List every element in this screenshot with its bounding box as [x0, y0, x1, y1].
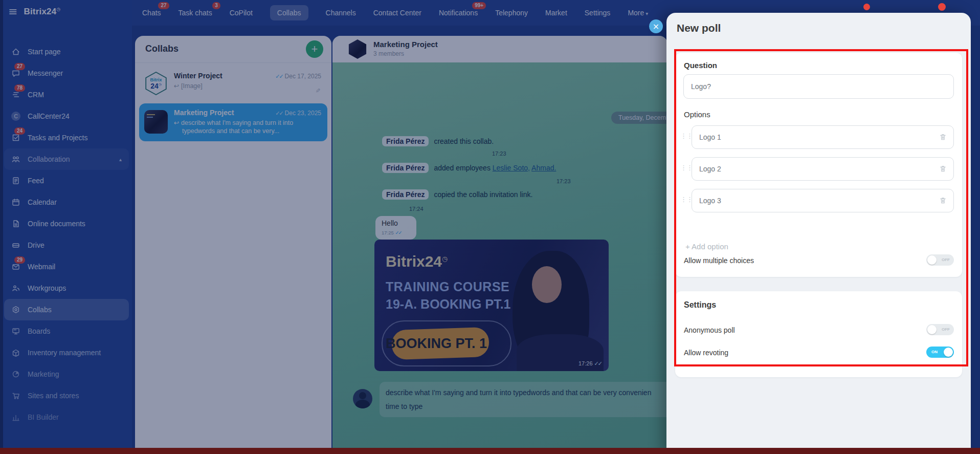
options-label: Options [684, 110, 710, 119]
toggle-state-label: ON [931, 350, 938, 354]
anonymous-poll-label: Anonymous poll [684, 326, 735, 334]
toggle-knob [927, 255, 937, 265]
trash-icon[interactable] [938, 196, 948, 205]
option-input-1[interactable] [692, 125, 954, 149]
trash-icon[interactable] [938, 164, 948, 174]
close-icon: × [653, 21, 659, 31]
settings-label: Settings [684, 300, 716, 310]
multiple-choices-toggle[interactable]: OFF [926, 254, 954, 266]
close-panel-button[interactable]: × [649, 19, 663, 33]
question-label: Question [684, 61, 717, 70]
poll-question-card: Question Options ⋮⋮ ⋮⋮ ⋮⋮ + Add option A… [675, 53, 962, 277]
drag-handle-icon[interactable]: ⋮⋮ [680, 132, 693, 140]
option-input-2[interactable] [692, 157, 954, 181]
poll-option-row: ⋮⋮ [680, 125, 962, 149]
poll-option-row: ⋮⋮ [680, 189, 962, 212]
drag-handle-icon[interactable]: ⋮⋮ [680, 164, 693, 171]
question-input[interactable] [683, 74, 954, 99]
add-option-button[interactable]: + Add option [685, 242, 728, 251]
toggle-state-label: OFF [942, 327, 950, 332]
anonymous-poll-toggle[interactable]: OFF [926, 324, 954, 335]
plus-icon: + [685, 242, 690, 251]
option-input-3[interactable] [692, 189, 954, 212]
toggle-state-label: OFF [942, 257, 950, 262]
drag-handle-icon[interactable]: ⋮⋮ [680, 196, 693, 203]
poll-option-row: ⋮⋮ [680, 157, 962, 181]
toggle-knob [927, 325, 937, 334]
poll-settings-card: Settings Anonymous poll OFF Allow revoti… [675, 291, 962, 377]
bottom-taskbar-strip [0, 448, 980, 454]
toggle-knob [944, 348, 953, 357]
bitrix24-app: ≡ Bitrix24◷ Start page 27 Messenger 78 C… [0, 0, 980, 454]
allow-revoting-toggle[interactable]: ON [926, 347, 954, 358]
panel-title: New poll [677, 22, 721, 34]
multiple-choices-label: Allow multiple choices [684, 256, 754, 265]
add-option-label: Add option [692, 242, 728, 251]
new-poll-panel: New poll Question Options ⋮⋮ ⋮⋮ ⋮⋮ + Add… [666, 13, 971, 454]
trash-icon[interactable] [938, 132, 948, 142]
allow-revoting-label: Allow revoting [684, 349, 728, 357]
notification-dot [863, 4, 870, 10]
notification-dot [938, 3, 946, 11]
